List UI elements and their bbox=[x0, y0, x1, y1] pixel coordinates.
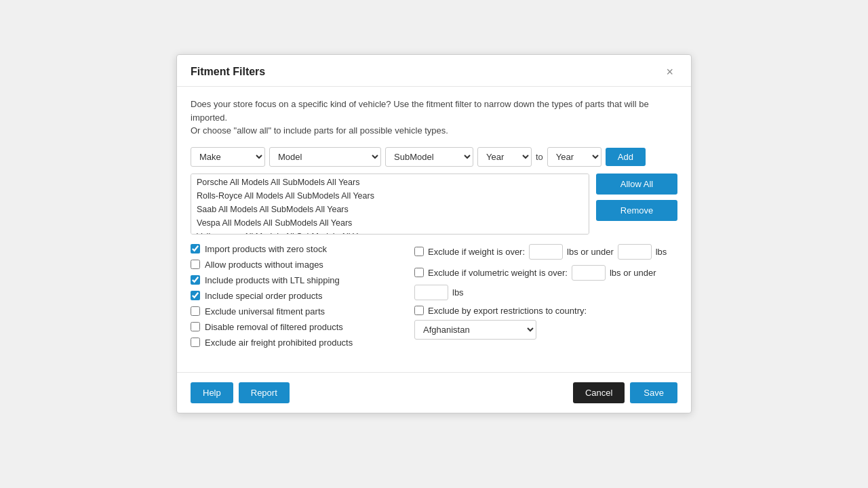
weight-label: Exclude if weight is over: bbox=[428, 247, 525, 257]
list-item[interactable]: Rolls-Royce All Models All SubModels All… bbox=[191, 189, 589, 203]
list-item[interactable]: Vespa All Models All SubModels All Years bbox=[191, 216, 589, 230]
exclude-universal-checkbox[interactable] bbox=[191, 306, 200, 316]
options-left: Import products with zero stock Allow pr… bbox=[191, 244, 394, 348]
cancel-button[interactable]: Cancel bbox=[573, 382, 625, 403]
report-button[interactable]: Report bbox=[239, 382, 290, 403]
close-button[interactable]: × bbox=[662, 64, 677, 79]
description: Does your store focus on a specific kind… bbox=[191, 98, 677, 138]
weight-row: Exclude if weight is over: lbs or under … bbox=[414, 244, 677, 260]
vol-weight-unit2: lbs bbox=[452, 287, 464, 298]
save-button[interactable]: Save bbox=[630, 382, 677, 403]
country-select[interactable]: Afghanistan bbox=[414, 320, 536, 340]
submodel-select[interactable]: SubModel bbox=[385, 147, 473, 167]
dialog-title: Fitment Filters bbox=[191, 66, 265, 78]
list-item[interactable]: Saab All Models All SubModels All Years bbox=[191, 203, 589, 216]
footer-right: Cancel Save bbox=[573, 382, 677, 403]
weight-over-input[interactable] bbox=[529, 244, 563, 260]
allow-no-images-checkbox[interactable] bbox=[191, 260, 200, 269]
year-from-select[interactable]: Year bbox=[477, 147, 532, 167]
allow-no-images-label: Allow products without images bbox=[205, 260, 323, 270]
filter-selects-row: Make Model SubModel Year to Year Add bbox=[191, 147, 677, 167]
remove-button[interactable]: Remove bbox=[596, 200, 677, 221]
help-button[interactable]: Help bbox=[191, 382, 233, 403]
export-label: Exclude by export restrictions to countr… bbox=[428, 306, 587, 316]
special-order-checkbox[interactable] bbox=[191, 291, 200, 300]
include-ltl-label: Include products with LTL shipping bbox=[205, 275, 340, 285]
include-ltl-row[interactable]: Include products with LTL shipping bbox=[191, 275, 394, 285]
exclude-air-freight-label: Exclude air freight prohibited products bbox=[205, 338, 353, 348]
options-section: Import products with zero stock Allow pr… bbox=[191, 244, 677, 348]
vol-weight-row: Exclude if volumetric weight is over: lb… bbox=[414, 265, 677, 300]
weight-unit1: lbs or under bbox=[567, 247, 614, 257]
vol-weight-under-input[interactable] bbox=[414, 285, 448, 300]
model-select[interactable]: Model bbox=[269, 147, 381, 167]
to-label: to bbox=[536, 152, 543, 162]
exclude-weight-checkbox[interactable] bbox=[414, 247, 424, 256]
include-ltl-checkbox[interactable] bbox=[191, 275, 200, 285]
add-button[interactable]: Add bbox=[606, 148, 646, 166]
make-select[interactable]: Make bbox=[191, 147, 265, 167]
footer-left: Help Report bbox=[191, 382, 290, 403]
disable-removal-checkbox[interactable] bbox=[191, 322, 200, 331]
exclude-export-checkbox[interactable] bbox=[414, 306, 424, 315]
description-line1: Does your store focus on a specific kind… bbox=[191, 99, 649, 123]
vol-weight-unit1: lbs or under bbox=[610, 268, 656, 278]
export-restrictions-row: Exclude by export restrictions to countr… bbox=[414, 306, 677, 340]
allow-all-button[interactable]: Allow All bbox=[596, 174, 677, 195]
filter-listbox[interactable]: Porsche All Models All SubModels All Yea… bbox=[191, 174, 589, 235]
fitment-filters-dialog: Fitment Filters × Does your store focus … bbox=[176, 54, 692, 413]
import-zero-stock-checkbox[interactable] bbox=[191, 244, 200, 253]
dialog-footer: Help Report Cancel Save bbox=[177, 372, 691, 413]
dialog-body: Does your store focus on a specific kind… bbox=[177, 87, 691, 372]
vol-weight-label: Exclude if volumetric weight is over: bbox=[428, 268, 568, 278]
import-zero-stock-label: Import products with zero stock bbox=[205, 244, 327, 254]
list-item[interactable]: Porsche All Models All SubModels All Yea… bbox=[191, 176, 589, 189]
disable-removal-label: Disable removal of filtered products bbox=[205, 322, 343, 332]
import-zero-stock-row[interactable]: Import products with zero stock bbox=[191, 244, 394, 254]
dialog-header: Fitment Filters × bbox=[177, 55, 691, 87]
exclude-universal-row[interactable]: Exclude universal fitment parts bbox=[191, 306, 394, 317]
special-order-label: Include special order products bbox=[205, 291, 322, 301]
disable-removal-row[interactable]: Disable removal of filtered products bbox=[191, 322, 394, 332]
exclude-air-freight-checkbox[interactable] bbox=[191, 338, 200, 347]
year-to-select[interactable]: Year bbox=[547, 147, 601, 167]
exclude-vol-weight-checkbox[interactable] bbox=[414, 268, 424, 277]
allow-no-images-row[interactable]: Allow products without images bbox=[191, 260, 394, 270]
list-item[interactable]: Volkswagen All Models All SubModels All … bbox=[191, 230, 589, 235]
action-buttons: Allow All Remove bbox=[596, 174, 677, 221]
special-order-row[interactable]: Include special order products bbox=[191, 291, 394, 301]
filter-list-area: Porsche All Models All SubModels All Yea… bbox=[191, 174, 677, 235]
weight-under-input[interactable] bbox=[618, 244, 652, 260]
options-right: Exclude if weight is over: lbs or under … bbox=[414, 244, 677, 348]
weight-unit2: lbs bbox=[656, 247, 667, 257]
description-line2: Or choose "allow all" to include parts f… bbox=[191, 125, 448, 136]
exclude-universal-label: Exclude universal fitment parts bbox=[205, 306, 325, 317]
exclude-air-freight-row[interactable]: Exclude air freight prohibited products bbox=[191, 338, 394, 348]
vol-weight-over-input[interactable] bbox=[572, 265, 606, 281]
